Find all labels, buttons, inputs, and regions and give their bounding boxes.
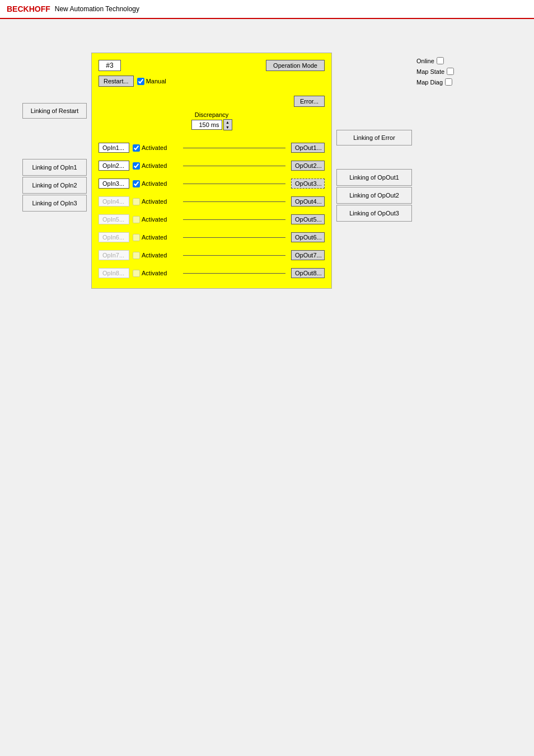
left-labels-col: Linking of Restart Linking of OpIn1Linki… (22, 53, 87, 302)
connector-line-8 (183, 273, 285, 274)
io-row-8: OpIn8...ActivatedOpOut8... (99, 265, 325, 281)
connector-line-3 (183, 184, 285, 184)
right-labels-col: Linking of Error Linking of OpOut1Linkin… (336, 53, 412, 312)
io-row-6: OpIn6...ActivatedOpOut6... (99, 229, 325, 246)
number-box: #3 (99, 60, 121, 71)
activated-label-8[interactable]: Activated (133, 270, 177, 277)
io-rows: OpIn1...ActivatedOpOut1...OpIn2...Activa… (99, 139, 325, 281)
activated-checkbox-1[interactable] (133, 144, 140, 152)
opout-button-6[interactable]: OpOut6... (291, 232, 325, 242)
activated-checkbox-4[interactable] (133, 198, 140, 205)
connector-line-4 (183, 201, 285, 202)
spinner-down[interactable]: ▼ (224, 125, 232, 130)
opin-button-4[interactable]: OpIn4... (99, 196, 129, 206)
io-row-3: OpIn3...ActivatedOpOut3... (99, 175, 325, 192)
discrepancy-label: Discrepancy (191, 111, 232, 118)
opin-button-3[interactable]: OpIn3... (99, 179, 129, 189)
map-state-label: Map State (416, 68, 444, 75)
activated-checkbox-8[interactable] (133, 270, 140, 277)
activated-checkbox-3[interactable] (133, 180, 140, 187)
activated-label-4[interactable]: Activated (133, 198, 177, 205)
logo: BECKHOFF (7, 4, 50, 13)
opout-button-3[interactable]: OpOut3... (291, 179, 325, 189)
opout-button-7[interactable]: OpOut7... (291, 250, 325, 260)
map-state-checkbox-label[interactable]: Map State (416, 68, 454, 75)
error-button[interactable]: Error... (294, 96, 325, 107)
io-row-2: OpIn2...ActivatedOpOut2... (99, 157, 325, 174)
linking-error-label: Linking of Error (336, 130, 412, 145)
header: BECKHOFF New Automation Technology (0, 0, 534, 19)
activated-text-2: Activated (142, 162, 167, 169)
io-row-5: OpIn5...ActivatedOpOut5... (99, 211, 325, 228)
discrepancy-input[interactable] (191, 120, 222, 130)
io-row-1: OpIn1...ActivatedOpOut1... (99, 139, 325, 156)
activated-checkbox-7[interactable] (133, 252, 140, 259)
header-subtitle: New Automation Technology (55, 5, 139, 13)
map-diag-checkbox[interactable] (445, 78, 452, 86)
connector-line-7 (183, 255, 285, 256)
opout-button-1[interactable]: OpOut1... (291, 143, 325, 153)
connector-line-1 (183, 148, 285, 148)
activated-label-3[interactable]: Activated (133, 180, 177, 187)
activated-text-1: Activated (142, 144, 167, 151)
far-right-col: Online Map State Map Diag (416, 53, 454, 86)
opin-button-6[interactable]: OpIn6... (99, 232, 129, 242)
activated-checkbox-2[interactable] (133, 162, 140, 170)
spinner-up[interactable]: ▲ (224, 120, 232, 125)
online-label: Online (416, 58, 434, 64)
right-link-label-2: Linking of OpOut2 (336, 187, 412, 204)
activated-checkbox-5[interactable] (133, 216, 140, 223)
opout-button-2[interactable]: OpOut2... (291, 161, 325, 171)
opin-button-5[interactable]: OpIn5... (99, 214, 129, 224)
connector-line-2 (183, 166, 285, 166)
opin-button-2[interactable]: OpIn2... (99, 161, 129, 171)
activated-text-8: Activated (142, 270, 167, 276)
activated-label-5[interactable]: Activated (133, 216, 177, 223)
online-checkbox[interactable] (437, 57, 444, 64)
manual-checkbox-label[interactable]: Manual (137, 78, 166, 85)
io-row-7: OpIn7...ActivatedOpOut7... (99, 247, 325, 264)
map-diag-label: Map Diag (416, 79, 443, 86)
map-diag-checkbox-label[interactable]: Map Diag (416, 78, 454, 86)
left-link-label-1: Linking of OpIn1 (22, 159, 87, 176)
opin-button-1[interactable]: OpIn1... (99, 143, 129, 153)
yellow-panel: #3 Operation Mode Restart... Manual Erro… (91, 53, 332, 289)
left-link-label-2: Linking of OpIn2 (22, 177, 87, 194)
linking-restart-label: Linking of Restart (22, 103, 87, 119)
activated-checkbox-6[interactable] (133, 234, 140, 241)
connector-line-5 (183, 219, 285, 220)
activated-label-7[interactable]: Activated (133, 252, 177, 259)
opout-button-5[interactable]: OpOut5... (291, 214, 325, 224)
opin-button-8[interactable]: OpIn8... (99, 268, 129, 278)
connector-line-6 (183, 237, 285, 238)
activated-label-2[interactable]: Activated (133, 162, 177, 170)
opout-button-8[interactable]: OpOut8... (291, 268, 325, 278)
activated-text-5: Activated (142, 216, 167, 223)
restart-button[interactable]: Restart... (99, 76, 134, 87)
left-link-label-3: Linking of OpIn3 (22, 195, 87, 212)
activated-text-4: Activated (142, 198, 167, 205)
activated-label-1[interactable]: Activated (133, 144, 177, 152)
operation-mode-button[interactable]: Operation Mode (266, 60, 325, 71)
activated-text-6: Activated (142, 234, 167, 241)
spinner-control[interactable]: ▲ ▼ (223, 119, 232, 130)
opin-button-7[interactable]: OpIn7... (99, 250, 129, 260)
right-link-label-3: Linking of OpOut3 (336, 205, 412, 222)
map-state-checkbox[interactable] (447, 68, 454, 75)
right-link-label-1: Linking of OpOut1 (336, 169, 412, 186)
activated-text-7: Activated (142, 252, 167, 259)
opout-button-4[interactable]: OpOut4... (291, 196, 325, 206)
manual-checkbox[interactable] (137, 78, 144, 85)
activated-label-6[interactable]: Activated (133, 234, 177, 241)
io-row-4: OpIn4...ActivatedOpOut4... (99, 193, 325, 210)
online-checkbox-label[interactable]: Online (416, 57, 454, 64)
activated-text-3: Activated (142, 180, 167, 187)
